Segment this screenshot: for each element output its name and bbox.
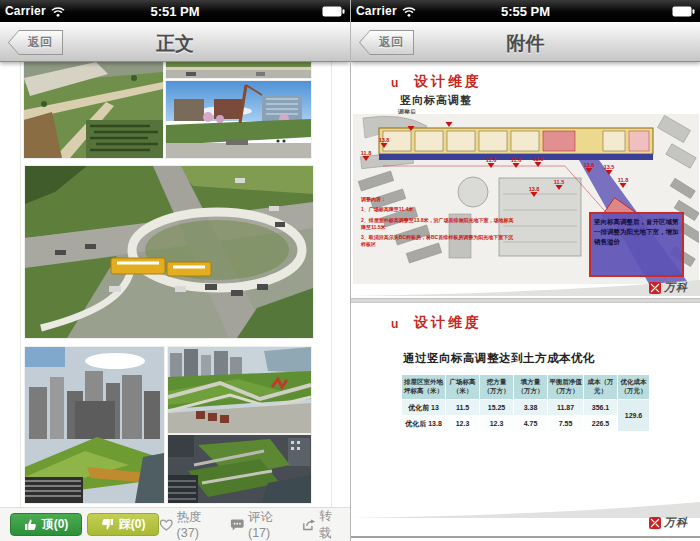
annotation-item: 1、广场标高降至11.4米 (361, 206, 516, 213)
vanke-logo-text: 万科 (664, 515, 688, 530)
elevation-marker: 11.6 (511, 157, 521, 163)
slide-subtitle: 竖向标高调整 (400, 93, 472, 108)
cell: 12.3 (446, 415, 480, 431)
table-header-row: 排屋区室外地坪标高（米） 广场标高（米） 挖方量（万方） 填方量（万方） 平衡后… (402, 375, 650, 400)
share-icon (302, 518, 316, 532)
article-photo-zigzag-park-image[interactable] (168, 347, 311, 433)
back-button-label: 返回 (9, 31, 62, 54)
table-row: 优化后 13.8 12.3 12.3 4.75 7.55 226.5 (402, 415, 650, 431)
slide-footer-swoosh (351, 500, 700, 518)
slide-title: 设计维度 (414, 314, 482, 332)
heart-icon (159, 518, 174, 532)
vanke-logo: 万科 (649, 515, 688, 530)
cell: 226.5 (584, 415, 618, 431)
slide-design-dimension-plan: u 设计维度 竖向标高调整 调整后 (351, 62, 700, 299)
nav-bar: 返回 正文 (0, 22, 350, 62)
table-row: 优化前 13 11.5 15.25 3.38 11.87 356.1 129.6 (402, 399, 650, 415)
cell: 11.5 (446, 399, 480, 415)
column-header: 成本（万元） (584, 375, 618, 400)
heat-label: 热度(37) (177, 509, 220, 540)
downvote-button[interactable]: 踩(0) (87, 513, 159, 536)
slide-bullet: u (391, 317, 398, 331)
site-plan-image: 11.8 13.8 11.6 11.6 13.6 13.6 13.5 11.5 … (353, 114, 699, 284)
elevation-marker: 13.6 (533, 156, 544, 162)
cell: 4.75 (514, 415, 548, 431)
vanke-logo: 万科 (649, 280, 688, 295)
elevation-marker: 13.8 (379, 137, 390, 143)
comments-label: 评论(17) (248, 509, 291, 540)
vanke-logo-icon (649, 282, 661, 294)
comments-stat[interactable]: 评论(17) (230, 509, 290, 540)
vanke-logo-icon (649, 517, 661, 529)
row-label: 优化后 13.8 (402, 415, 446, 431)
share-label: 转载 (319, 508, 342, 541)
cell: 12.3 (480, 415, 514, 431)
attachment-screen: Carrier 5:55 PM 返回 附件 u 设计维度 (350, 0, 700, 541)
cell: 3.38 (514, 399, 548, 415)
upvote-button[interactable]: 顶(0) (10, 513, 82, 536)
card-border-right (331, 62, 332, 507)
slide-footer-swoosh (351, 278, 700, 296)
column-header: 挖方量（万方） (480, 375, 514, 400)
downvote-label: 踩(0) (119, 516, 146, 533)
toolbar-stats: 热度(37) 评论(17) 转载 (159, 508, 342, 541)
slide-divider (351, 298, 700, 303)
row-label: 优化前 13 (402, 399, 446, 415)
cell: 356.1 (584, 399, 618, 415)
back-button-label: 返回 (360, 31, 413, 54)
column-header: 排屋区室外地坪标高（米） (402, 375, 446, 400)
comment-icon (230, 518, 245, 532)
annotation-item: 2、排屋室外标高调整至13.8米，沿广场首排做阳光地下室，场地标高降至11.5米 (361, 217, 516, 232)
cell: 15.25 (480, 399, 514, 415)
slide-bullet: u (391, 76, 398, 90)
thumbs-up-icon (24, 518, 37, 531)
share-stat[interactable]: 转载 (302, 508, 342, 541)
elevation-marker: 13.6 (584, 162, 595, 168)
nav-bar: 返回 附件 (351, 22, 700, 62)
heat-stat[interactable]: 热度(37) (159, 509, 219, 540)
column-header: 优化成本（万元） (618, 375, 650, 400)
screenshot-root: Carrier 5:51 PM 返回 正文 (0, 0, 700, 541)
optimized-cost-cell: 129.6 (618, 399, 650, 431)
plan-annotation-text: 调整内容： 1、广场标高降至11.4米 2、排屋室外标高调整至13.8米，沿广场… (361, 196, 516, 252)
cell: 11.87 (548, 399, 584, 415)
status-bar: Carrier 5:55 PM (351, 0, 700, 22)
article-toolbar: 顶(0) 踩(0) 热度(37) (0, 507, 350, 541)
annotation-item: 3、取消沿高尔夫BC样板房，将BC首排样板房调整为阳光地下室下沉样板区 (361, 234, 516, 249)
column-header: 广场标高（米） (446, 375, 480, 400)
attachment-content[interactable]: u 设计维度 竖向标高调整 调整后 (351, 62, 700, 541)
annotation-heading: 调整内容： (361, 196, 516, 203)
vanke-logo-text: 万科 (664, 280, 688, 295)
slide-title: 设计维度 (414, 73, 482, 91)
article-photo-green-roof-park-image[interactable] (168, 435, 311, 503)
elevation-marker: 11.6 (486, 157, 496, 163)
article-content (0, 62, 350, 507)
page-title: 正文 (60, 31, 290, 57)
battery-icon (322, 6, 345, 17)
article-photo-aerial-park-image[interactable] (24, 62, 163, 158)
time-label: 5:51 PM (0, 4, 350, 19)
cell: 7.55 (548, 415, 584, 431)
slide-design-dimension-table: u 设计维度 通过竖向标高调整达到土方成本优化 排屋区室外地坪标高（米） 广场标… (351, 304, 700, 541)
article-photo-plaza-sculpture-image[interactable] (166, 81, 311, 158)
column-header: 平衡后净值（万方） (548, 375, 584, 400)
battery-icon (672, 6, 695, 17)
back-button[interactable]: 返回 (8, 30, 63, 55)
plan-callout-box: 竖向标高调整后，首开区域第一排调整为阳光地下室，增加销售溢价 (589, 212, 684, 277)
article-screen: Carrier 5:51 PM 返回 正文 (0, 0, 350, 541)
elevation-marker: 13.5 (604, 164, 615, 170)
back-button[interactable]: 返回 (359, 30, 414, 55)
thumbs-down-icon (101, 518, 114, 531)
page-title: 附件 (411, 31, 640, 57)
article-photo-street-strip-image[interactable] (166, 62, 311, 78)
slide-body-text: 通过竖向标高调整达到土方成本优化 (403, 351, 595, 366)
article-photo-highway-roundabout-image[interactable] (25, 166, 313, 338)
elevation-marker: 11.5 (554, 179, 564, 185)
time-label: 5:55 PM (351, 4, 700, 19)
elevation-marker: 13.8 (529, 186, 540, 192)
earthwork-cost-table: 排屋区室外地坪标高（米） 广场标高（米） 挖方量（万方） 填方量（万方） 平衡后… (401, 374, 650, 432)
elevation-marker: 11.8 (361, 150, 371, 156)
article-photo-city-park-rendering-image[interactable] (25, 347, 164, 503)
column-header: 填方量（万方） (514, 375, 548, 400)
upvote-label: 顶(0) (42, 516, 69, 533)
